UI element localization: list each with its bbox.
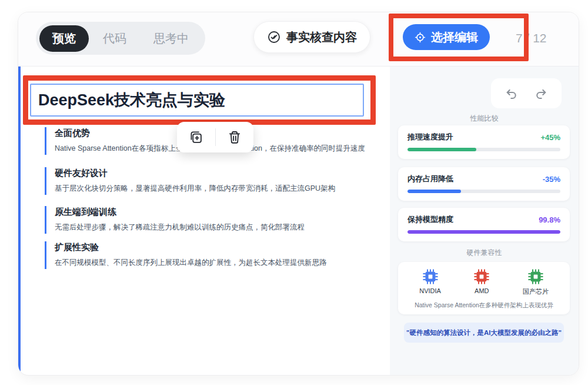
metric-value: -35% [543,175,560,184]
select-edit-label: 选择编辑 [431,29,478,45]
fact-check-icon [267,30,281,44]
view-tab-group: 预览 代码 思考中 [36,22,205,55]
hardware-section-title: 硬件兼容性 [390,248,579,258]
slide-sidebar: 性能比较 推理速度提升 +45% 内存占用降低 -35% 保持模型精度 99.8… [390,67,579,375]
delete-button[interactable] [223,125,246,149]
quote-banner: "硬件感知的算法设计，是AI大模型发展的必由之路" [404,323,564,343]
page-indicator: 7 / 12 [516,31,547,45]
hardware-caption: Native Sparse Attention在多种硬件架构上表现优异 [403,301,565,310]
header-bar: 预览 代码 思考中 事实核查内容 选择编辑 [18,12,579,67]
section-heading: 扩展性实验 [55,242,377,253]
performance-section-title: 性能比较 [390,114,579,124]
chip-label: 国产芯片 [523,287,549,296]
slide-accent-line [18,67,21,375]
chip-icon [423,269,438,284]
feature-section-hardware[interactable]: 硬件友好设计 基于层次化块切分策略，显著提高硬件利用率，降低内存带宽消耗，适配主… [45,167,377,195]
tab-code[interactable]: 代码 [90,25,139,52]
metric-label: 推理速度提升 [407,132,453,142]
fact-check-button[interactable]: 事实核查内容 [253,21,370,53]
section-heading: 硬件友好设计 [55,168,377,179]
select-edit-button[interactable]: 选择编辑 [403,24,490,50]
metric-value: +45% [540,133,560,142]
section-body: 基于层次化块切分策略，显著提高硬件利用率，降低内存带宽消耗，适配主流GPU架构 [55,184,377,194]
undo-redo-group [491,78,562,108]
metric-value: 99.8% [539,215,560,224]
chip-domestic: 国产芯片 [523,269,549,296]
feature-section-training[interactable]: 原生端到端训练 无需后处理步骤，解决了稀疏注意力机制难以训练的历史痛点，简化部署… [45,206,377,234]
slide-title-input[interactable] [30,84,364,117]
tab-thinking[interactable]: 思考中 [141,25,202,52]
toolbar-divider [215,128,216,146]
progress-bar [407,148,560,151]
chip-icon [474,269,489,284]
fact-check-label: 事实核查内容 [286,29,357,45]
crosshair-icon [415,32,426,43]
metric-label: 内存占用降低 [407,174,453,184]
metric-label: 保持模型精度 [407,214,453,225]
feature-section-scalability[interactable]: 扩展性实验 在不同规模模型、不同长度序列上展现出卓越的扩展性，为超长文本处理提供… [45,241,377,269]
progress-bar [407,230,560,234]
metric-card-memory: 内存占用降低 -35% [398,167,570,201]
redo-button[interactable] [534,87,548,100]
section-heading: 原生端到端训练 [55,207,377,218]
section-body: 在不同规模模型、不同长度序列上展现出卓越的扩展性，为超长文本处理提供新思路 [55,258,377,268]
chip-icon [528,269,543,284]
metric-card-speed: 推理速度提升 +45% [398,125,570,159]
tab-preview[interactable]: 预览 [39,25,89,52]
section-body: 无需后处理步骤，解决了稀疏注意力机制难以训练的历史痛点，简化部署流程 [55,223,377,233]
progress-bar [407,190,560,193]
metric-card-accuracy: 保持模型精度 99.8% [398,208,570,241]
chip-nvidia: NVIDIA [419,269,441,296]
chip-label: AMD [475,287,489,294]
element-toolbar [177,122,253,152]
hardware-compat-card: NVIDIA AMD [398,262,570,314]
editor-card: 预览 代码 思考中 事实核查内容 选择编辑 [18,12,579,376]
undo-button[interactable] [505,87,518,100]
chip-amd: AMD [474,269,489,296]
chip-label: NVIDIA [419,287,441,294]
duplicate-button[interactable] [184,125,208,149]
